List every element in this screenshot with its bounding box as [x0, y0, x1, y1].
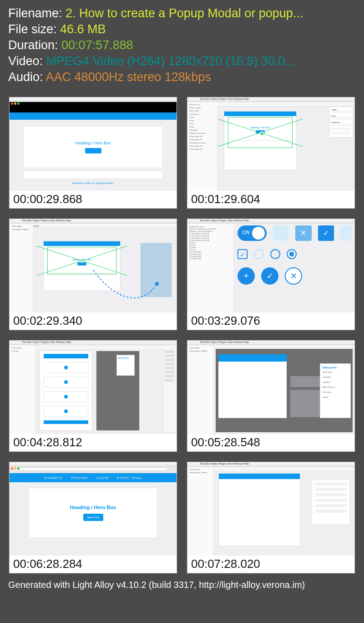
video-label: Video: — [8, 54, 43, 68]
video-value: MPEG4 Video (H264) 1280x720 (16:9) 30.0.… — [46, 54, 295, 68]
thumb-2-timestamp: 00:01:29.604 — [187, 191, 354, 208]
hero-title: Heading / Hero Box — [75, 141, 111, 145]
toggle-on: ON — [238, 225, 267, 241]
checkbox-checked-icon: ✓ — [238, 249, 248, 259]
radio-empty-icon — [270, 249, 280, 259]
close-circle-icon: ✕ — [285, 267, 302, 285]
thumb-6-timestamp: 00:05:28.548 — [187, 434, 354, 451]
thumb-2-preview: File Edit Object Plugins View Window Hel… — [187, 97, 354, 191]
thumb-5-preview: File Edit Object Plugins View Window Hel… — [10, 341, 177, 434]
thumb-4[interactable]: File Edit Object Plugins View Window Hel… — [187, 219, 355, 330]
nav-bar — [10, 112, 177, 120]
filename-value: 2. How to create a Popup Modal or popup.… — [66, 6, 303, 20]
hero-card: Heading / Hero Box Start Trial — [29, 488, 157, 538]
hero-card: Heading / Hero Box — [23, 126, 163, 168]
thumbnail-grid: Heading / Hero Box Welcome Video Ui disp… — [0, 87, 364, 577]
audio-value: AAC 48000Hz stereo 128kbps — [46, 70, 211, 84]
plus-circle-icon: + — [238, 267, 255, 285]
thumb-3-preview: File Edit Object Plugins View Window Hel… — [10, 219, 177, 312]
thumb-8-timestamp: 00:07:28.020 — [187, 556, 354, 573]
duration-value: 00:07:57.888 — [61, 38, 133, 52]
radio-empty-light-icon — [254, 249, 264, 259]
nav-bar: EXAMPLEPRICING LOGINSTART TRIAL — [10, 473, 177, 482]
square-check-icon — [318, 225, 334, 241]
thumb-3[interactable]: File Edit Object Plugins View Window Hel… — [9, 219, 177, 330]
thumb-6-preview: File Edit Object Plugins View Window Hel… — [187, 341, 354, 434]
billing-modal: Billing Info Jack Doe email@... address … — [320, 363, 351, 418]
thumb-7-timestamp: 00:06:28.284 — [10, 556, 177, 573]
preview-caption: Welcome Video Ui display Modal's — [10, 182, 177, 184]
thumb-4-timestamp: 00:03:29.076 — [187, 312, 354, 330]
filesize-value: 46.6 MB — [60, 22, 106, 36]
thumb-5[interactable]: File Edit Object Plugins View Window Hel… — [9, 340, 177, 452]
thumb-6[interactable]: File Edit Object Plugins View Window Hel… — [187, 340, 355, 452]
hero-cta-button — [85, 148, 101, 153]
check-circle-icon: ✓ — [261, 267, 278, 285]
square-x-icon — [295, 225, 311, 241]
layers-panel: ▸ Homepage▸ Homepage • Fullbox — [187, 345, 214, 434]
address-bar — [19, 468, 167, 471]
audio-label: Audio: — [8, 70, 43, 84]
layers-panel: ▸ Elements / cards▸ Panels / selected & … — [187, 224, 234, 312]
square-light — [273, 225, 289, 241]
app-menu: File Edit Object Plugins View Window Hel… — [200, 97, 249, 100]
thumb-8-preview: File Edit Object Plugins View Window Hel… — [187, 462, 354, 556]
hero-cta-button: Start Trial — [83, 514, 103, 521]
filesize-label: File size: — [8, 22, 57, 36]
properties-panel — [163, 349, 176, 432]
generator-footer: Generated with Light Alloy v4.10.2 (buil… — [0, 577, 364, 597]
interaction-panel: Trigger Action Destination — [329, 107, 353, 138]
thumb-3-timestamp: 00:02:29.340 — [10, 312, 177, 330]
thumb-1-preview: Heading / Hero Box Welcome Video Ui disp… — [10, 97, 177, 191]
layers-panel: ▸ Homepage▸ Pricing — [10, 345, 36, 434]
svg-point-0 — [155, 282, 159, 286]
thumb-1[interactable]: Heading / Hero Box Welcome Video Ui disp… — [9, 97, 177, 209]
layers-panel: ▸ A main nav▸ Hero section▸ Btn / CTA▸ C… — [187, 102, 217, 191]
side-modal — [312, 480, 350, 525]
layers-panel: ▸ Homepage▸ Homepage • Fullbox — [187, 467, 214, 556]
thumb-5-timestamp: 00:04:28.812 — [10, 434, 177, 451]
prototype-wire — [89, 266, 162, 311]
thumb-7-preview: EXAMPLEPRICING LOGINSTART TRIAL Heading … — [10, 462, 177, 556]
thumb-2[interactable]: File Edit Object Plugins View Window Hel… — [187, 97, 355, 209]
thumb-7[interactable]: EXAMPLEPRICING LOGINSTART TRIAL Heading … — [9, 462, 177, 573]
thumb-8[interactable]: File Edit Object Plugins View Window Hel… — [187, 462, 355, 573]
hero-title: Heading / Hero Box — [70, 505, 116, 510]
layers-panel: ▾ Homepage Homepage • Fullbox — [10, 224, 33, 312]
thumb-4-preview: File Edit Object Plugins View Window Hel… — [187, 219, 354, 312]
square-blank — [340, 225, 352, 241]
filename-label: Filename: — [8, 6, 62, 20]
radio-filled-icon — [287, 249, 297, 259]
thumb-1-timestamp: 00:00:29.868 — [10, 191, 177, 208]
file-meta: Filename: 2. How to create a Popup Modal… — [0, 0, 364, 87]
duration-label: Duration: — [8, 38, 58, 52]
